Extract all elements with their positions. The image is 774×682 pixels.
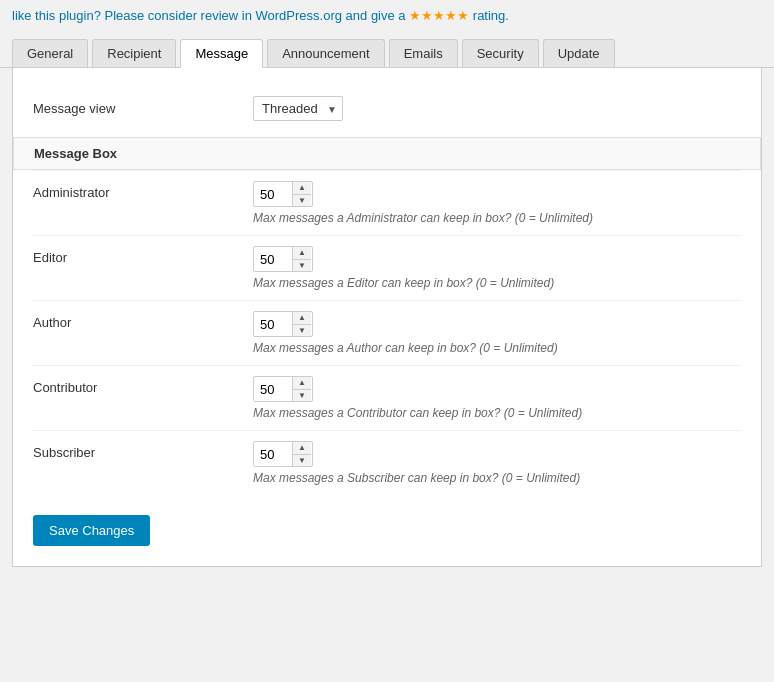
hint-contributor: Max messages a Contributor can keep in b… xyxy=(253,406,741,420)
input-wrap-author: ▲ ▼ xyxy=(253,311,313,337)
spin-author: ▲ ▼ xyxy=(292,312,311,336)
spin-editor: ▲ ▼ xyxy=(292,247,311,271)
role-label-administrator: Administrator xyxy=(33,181,253,200)
input-wrap-subscriber: ▲ ▼ xyxy=(253,441,313,467)
notice-text: like this plugin? Please consider review… xyxy=(12,8,409,23)
tab-general[interactable]: General xyxy=(12,39,88,67)
role-label-subscriber: Subscriber xyxy=(33,441,253,460)
role-row-editor: Editor ▲ ▼ Max messages a Editor can kee… xyxy=(33,235,741,300)
tab-announcement[interactable]: Announcement xyxy=(267,39,384,67)
role-control-editor: ▲ ▼ Max messages a Editor can keep in bo… xyxy=(253,246,741,290)
spin-down-subscriber[interactable]: ▼ xyxy=(293,454,311,466)
save-changes-button[interactable]: Save Changes xyxy=(33,515,150,546)
message-view-select[interactable]: ThreadedClassic xyxy=(253,96,343,121)
input-author[interactable] xyxy=(254,313,292,336)
notice-stars: ★★★★★ xyxy=(409,8,469,23)
role-row-contributor: Contributor ▲ ▼ Max messages a Contribut… xyxy=(33,365,741,430)
tab-update[interactable]: Update xyxy=(543,39,615,67)
spin-administrator: ▲ ▼ xyxy=(292,182,311,206)
spin-up-author[interactable]: ▲ xyxy=(293,312,311,324)
input-subscriber[interactable] xyxy=(254,443,292,466)
spin-down-author[interactable]: ▼ xyxy=(293,324,311,336)
tab-recipient[interactable]: Recipient xyxy=(92,39,176,67)
hint-author: Max messages a Author can keep in box? (… xyxy=(253,341,741,355)
spin-contributor: ▲ ▼ xyxy=(292,377,311,401)
input-editor[interactable] xyxy=(254,248,292,271)
messagebox-heading: Message Box xyxy=(13,137,761,170)
role-label-contributor: Contributor xyxy=(33,376,253,395)
input-wrap-editor: ▲ ▼ xyxy=(253,246,313,272)
role-row-subscriber: Subscriber ▲ ▼ Max messages a Subscriber… xyxy=(33,430,741,495)
spin-up-editor[interactable]: ▲ xyxy=(293,247,311,259)
input-administrator[interactable] xyxy=(254,183,292,206)
message-view-row: Message view ThreadedClassic ▼ xyxy=(33,84,741,137)
message-view-select-wrap: ThreadedClassic ▼ xyxy=(253,96,343,121)
role-control-administrator: ▲ ▼ Max messages a Administrator can kee… xyxy=(253,181,741,225)
role-control-contributor: ▲ ▼ Max messages a Contributor can keep … xyxy=(253,376,741,420)
tab-security[interactable]: Security xyxy=(462,39,539,67)
content-panel: Message view ThreadedClassic ▼ Message B… xyxy=(12,68,762,567)
tab-emails[interactable]: Emails xyxy=(389,39,458,67)
input-contributor[interactable] xyxy=(254,378,292,401)
role-row-administrator: Administrator ▲ ▼ Max messages a Adminis… xyxy=(33,170,741,235)
input-wrap-administrator: ▲ ▼ xyxy=(253,181,313,207)
hint-subscriber: Max messages a Subscriber can keep in bo… xyxy=(253,471,741,485)
notice-link[interactable]: like this plugin? Please consider review… xyxy=(12,8,509,23)
hint-editor: Max messages a Editor can keep in box? (… xyxy=(253,276,741,290)
role-label-author: Author xyxy=(33,311,253,330)
spin-down-contributor[interactable]: ▼ xyxy=(293,389,311,401)
spin-up-contributor[interactable]: ▲ xyxy=(293,377,311,389)
tab-bar: General Recipient Message Announcement E… xyxy=(0,31,774,68)
top-notice: like this plugin? Please consider review… xyxy=(0,0,774,31)
hint-administrator: Max messages a Administrator can keep in… xyxy=(253,211,741,225)
messagebox-heading-text: Message Box xyxy=(34,146,117,161)
tab-message[interactable]: Message xyxy=(180,39,263,68)
role-control-author: ▲ ▼ Max messages a Author can keep in bo… xyxy=(253,311,741,355)
notice-suffix: rating. xyxy=(469,8,509,23)
message-view-label: Message view xyxy=(33,101,253,116)
role-row-author: Author ▲ ▼ Max messages a Author can kee… xyxy=(33,300,741,365)
input-wrap-contributor: ▲ ▼ xyxy=(253,376,313,402)
spin-down-administrator[interactable]: ▼ xyxy=(293,194,311,206)
spin-subscriber: ▲ ▼ xyxy=(292,442,311,466)
spin-up-administrator[interactable]: ▲ xyxy=(293,182,311,194)
spin-down-editor[interactable]: ▼ xyxy=(293,259,311,271)
role-label-editor: Editor xyxy=(33,246,253,265)
spin-up-subscriber[interactable]: ▲ xyxy=(293,442,311,454)
role-control-subscriber: ▲ ▼ Max messages a Subscriber can keep i… xyxy=(253,441,741,485)
